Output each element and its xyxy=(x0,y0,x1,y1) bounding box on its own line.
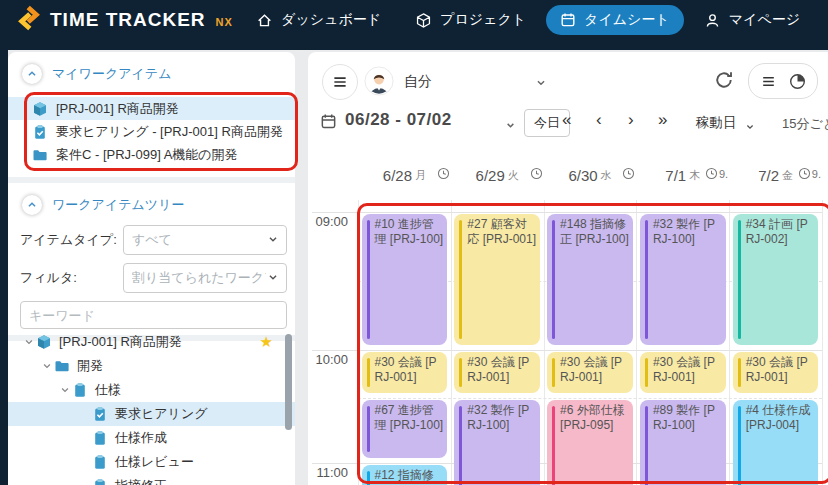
event-title: #4 仕様作成 [PRJ-004] xyxy=(746,403,811,432)
calendar-event[interactable]: #34 計画 [PRJ-002] xyxy=(733,214,819,345)
chevron-down-icon[interactable] xyxy=(534,76,548,94)
work-item-label: 要求ヒアリング - [PRJ-001] R商品開発 xyxy=(56,123,283,141)
tree-expand-icon[interactable] xyxy=(58,383,72,397)
day-date: 7/2 xyxy=(758,167,779,184)
list-view-icon[interactable] xyxy=(760,73,777,90)
tree-expand-icon[interactable] xyxy=(22,335,36,349)
work-item-tree: [PRJ-001] R商品開発★開発仕様要求ヒアリング仕様作成仕様レビュー指摘修… xyxy=(8,330,295,485)
day-date: 6/28 xyxy=(383,167,412,184)
nav-item-3[interactable]: マイページ xyxy=(690,5,814,35)
tree-row-4[interactable]: 仕様作成 xyxy=(8,426,295,450)
calendar-event[interactable]: #4 仕様作成 [PRJ-004] xyxy=(733,400,819,485)
clipboard-icon xyxy=(92,454,108,470)
calendar-event[interactable]: #30 会議 [PRJ-001] xyxy=(640,352,726,393)
work-item-label: [PRJ-001] R商品開発 xyxy=(56,100,179,118)
calendar-event[interactable]: #89 製作 [PRJ-100] xyxy=(640,400,726,485)
sidebar-scrollbar[interactable] xyxy=(285,334,292,430)
my-work-item-0[interactable]: [PRJ-001] R商品開発 xyxy=(8,97,295,120)
my-work-item-2[interactable]: 案件C - [PRJ-099] A機能の開発 xyxy=(8,143,295,166)
my-work-items-title: マイワークアイテム xyxy=(52,65,171,83)
event-title: #27 顧客対応 [PRJ-001] xyxy=(467,217,536,246)
pie-chart-icon[interactable] xyxy=(789,73,806,90)
event-title: #6 外部仕様 [PRJ-095] xyxy=(560,403,625,432)
item-type-select[interactable]: すべて xyxy=(123,225,287,255)
event-title: #30 会議 [PRJ-001] xyxy=(375,355,437,384)
menu-button[interactable] xyxy=(322,64,358,100)
my-work-item-1[interactable]: 要求ヒアリング - [PRJ-001] R商品開発 xyxy=(8,120,295,143)
day-of-week: 金 xyxy=(782,168,793,183)
favorite-star-icon[interactable]: ★ xyxy=(260,333,273,351)
tree-row-2[interactable]: 仕様 xyxy=(8,378,295,402)
calendar-event[interactable]: #32 製作 [PRJ-100] xyxy=(640,214,726,345)
collapse-my-work-items-button[interactable] xyxy=(22,64,42,84)
day-of-week: 水 xyxy=(601,168,612,183)
item-type-label: アイテムタイプ: xyxy=(20,231,123,249)
prev-week-button[interactable]: « xyxy=(562,110,571,130)
user-selector-value[interactable]: 自分 xyxy=(404,73,432,91)
calendar-event[interactable]: #67 進捗管理 [PRJ-100] xyxy=(362,400,448,458)
calendar-event[interactable]: #27 顧客対応 [PRJ-001] xyxy=(454,214,540,345)
refresh-icon[interactable] xyxy=(714,70,734,94)
tree-row-1[interactable]: 開発 xyxy=(8,354,295,378)
half-hour-gridline xyxy=(358,398,822,399)
calendar-event[interactable]: #30 会議 [PRJ-001] xyxy=(362,352,448,393)
event-title: #30 会議 [PRJ-001] xyxy=(467,355,529,384)
event-title: #148 指摘修正 [PRJ-100] xyxy=(560,217,629,246)
calendar-event[interactable]: #30 会議 [PRJ-001] xyxy=(733,352,819,393)
event-title: #32 製作 [PRJ-100] xyxy=(653,217,715,246)
event-title: #89 製作 [PRJ-100] xyxy=(653,403,715,432)
chevron-down-icon[interactable] xyxy=(504,118,517,136)
tree-item-label: [PRJ-001] R商品開発 xyxy=(59,333,182,351)
tree-row-0[interactable]: [PRJ-001] R商品開発★ xyxy=(8,330,295,354)
my-work-items-list: [PRJ-001] R商品開発要求ヒアリング - [PRJ-001] R商品開発… xyxy=(8,97,295,166)
calendar-event[interactable]: #10 進捗管理 [PRJ-100] xyxy=(362,214,448,345)
app-logo[interactable]: TIME TRACKER NX xyxy=(16,5,233,35)
tree-item-label: 仕様レビュー xyxy=(115,453,194,471)
day-header-0: 6/28月 xyxy=(358,162,451,188)
nav-item-2[interactable]: タイムシート xyxy=(546,5,684,35)
day-total-hours: 9. xyxy=(812,168,821,180)
calendar-event[interactable]: #30 会議 [PRJ-001] xyxy=(547,352,633,393)
tree-row-3[interactable]: 要求ヒアリング xyxy=(8,402,295,426)
prev-day-button[interactable]: ‹ xyxy=(596,110,602,130)
event-title: #10 進捗管理 [PRJ-100] xyxy=(375,217,444,246)
event-color-bar xyxy=(552,220,555,339)
next-day-button[interactable]: › xyxy=(628,110,634,130)
package-icon xyxy=(415,12,432,29)
avatar[interactable] xyxy=(364,66,394,96)
clock-icon xyxy=(705,167,718,180)
interval-select[interactable]: 15分ごと xyxy=(782,115,828,133)
chevron-down-icon xyxy=(266,232,280,249)
tree-row-6[interactable]: 指摘修正 xyxy=(8,474,295,485)
date-range[interactable]: 06/28 - 07/02 xyxy=(345,110,452,130)
chevron-down-icon[interactable] xyxy=(744,119,756,137)
calendar-event[interactable]: #12 指摘修正 xyxy=(362,465,448,485)
calendar-event[interactable]: #6 外部仕様 [PRJ-095] xyxy=(547,400,633,485)
calendar-event[interactable]: #30 会議 [PRJ-001] xyxy=(454,352,540,393)
time-label: 11:00 xyxy=(308,465,348,480)
event-title: #30 会議 [PRJ-001] xyxy=(746,355,808,384)
tree-item-label: 仕様 xyxy=(95,381,121,399)
filter-select[interactable]: 割り当てられたワークアイテム xyxy=(123,263,287,293)
next-week-button[interactable]: » xyxy=(658,110,667,130)
grid-column-line xyxy=(636,200,637,485)
collapse-work-item-tree-button[interactable] xyxy=(22,195,42,215)
tree-expand-icon[interactable] xyxy=(40,359,54,373)
hour-gridline xyxy=(312,212,822,213)
nav-item-label: プロジェクト xyxy=(440,11,526,29)
tree-item-label: 仕様作成 xyxy=(115,429,167,447)
day-mode-select[interactable]: 稼動日 xyxy=(696,114,737,132)
left-edge-strip xyxy=(0,0,8,485)
tree-item-label: 指摘修正 xyxy=(115,477,167,485)
keyword-input[interactable] xyxy=(20,301,287,329)
calendar-event[interactable]: #148 指摘修正 [PRJ-100] xyxy=(547,214,633,345)
nav-item-1[interactable]: プロジェクト xyxy=(401,5,540,35)
brand-zigzag-icon xyxy=(16,5,42,35)
top-nav: ダッシュボードプロジェクトタイムシートマイページ xyxy=(242,5,814,35)
tree-row-5[interactable]: 仕様レビュー xyxy=(8,450,295,474)
event-title: #67 進捗管理 [PRJ-100] xyxy=(375,403,444,432)
day-header-2: 6/30水 xyxy=(544,162,637,188)
day-of-week: 木 xyxy=(689,168,700,183)
nav-item-0[interactable]: ダッシュボード xyxy=(242,5,395,35)
calendar-event[interactable]: #32 製作 [PRJ-100] xyxy=(454,400,540,485)
